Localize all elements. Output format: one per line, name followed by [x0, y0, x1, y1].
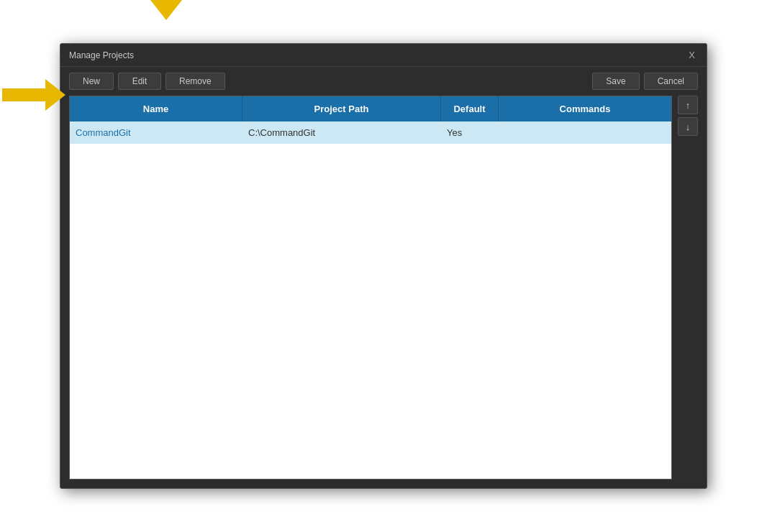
close-button[interactable]: X [686, 50, 698, 60]
annotation-arrow-right [2, 79, 65, 111]
toolbar-right: Save Cancel [592, 73, 698, 90]
move-up-button[interactable]: ↑ [678, 96, 698, 114]
save-button[interactable]: Save [592, 73, 639, 90]
col-header-commands: Commands [499, 96, 671, 121]
projects-table: Name Project Path Default Commands Comma… [69, 96, 672, 480]
col-header-default: Default [441, 96, 499, 121]
cell-name: CommandGit [70, 121, 242, 144]
manage-projects-dialog: Manage Projects X New Edit Remove Save C… [60, 43, 707, 489]
table-body: CommandGit C:\CommandGit Yes [70, 121, 671, 479]
col-header-name: Name [70, 96, 242, 121]
col-header-path: Project Path [242, 96, 441, 121]
new-button[interactable]: New [69, 73, 114, 90]
cell-path: C:\CommandGit [242, 121, 441, 144]
cell-default: Yes [441, 121, 499, 144]
cell-commands [499, 127, 671, 139]
title-bar: Manage Projects X [60, 44, 707, 67]
side-buttons: ↑ ↓ [678, 96, 698, 136]
table-row[interactable]: CommandGit C:\CommandGit Yes [70, 121, 671, 144]
move-down-button[interactable]: ↓ [678, 117, 698, 136]
cancel-button[interactable]: Cancel [644, 73, 698, 90]
content-area: Name Project Path Default Commands Comma… [60, 96, 707, 488]
edit-button[interactable]: Edit [118, 73, 161, 90]
dialog-title: Manage Projects [69, 50, 134, 60]
table-header: Name Project Path Default Commands [70, 96, 671, 121]
remove-button[interactable]: Remove [165, 73, 225, 90]
toolbar: New Edit Remove Save Cancel [60, 67, 707, 96]
